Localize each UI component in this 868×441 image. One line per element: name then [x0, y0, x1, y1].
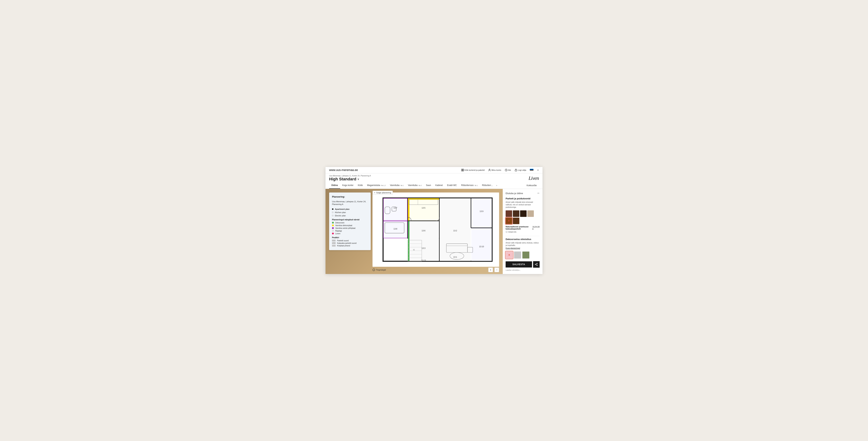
tab-magamistuba[interactable]: Magamistuba № 1.2	[365, 182, 388, 189]
save-button[interactable]: SALVESTA	[506, 261, 532, 267]
dekor-section-title: Dekoorseina viimistlus	[506, 238, 539, 241]
svg-text:13:10: 13:10	[479, 246, 484, 248]
user-icon	[488, 169, 491, 171]
svg-rect-22	[408, 221, 409, 261]
product-price: 3124,00 €	[532, 226, 539, 230]
wall-swatch-pink[interactable]	[506, 251, 513, 259]
zoom-out-button[interactable]: −	[494, 267, 499, 272]
pink-dot-icon	[332, 232, 334, 234]
color-item-4: Lorem	[332, 232, 368, 234]
my-account-nav[interactable]: Minu konto	[488, 169, 501, 171]
swatch-selected-brown[interactable]	[506, 218, 512, 224]
svg-point-4	[489, 169, 490, 170]
brand-chevron-icon: ∨	[357, 178, 359, 181]
dekor-section-desc: Antud valik mõjutab seinu elutoas, esiku…	[506, 242, 539, 250]
yellow-dot-icon	[332, 224, 334, 226]
tab-rodu-1[interactable]: Rõdu/terrass № 1	[459, 182, 480, 189]
share-icon	[535, 263, 538, 266]
zoom-controls: + −	[488, 267, 499, 272]
tab-kokkuvõte[interactable]: Kokkuvõte	[524, 182, 539, 189]
svg-text:13:1: 13:1	[453, 256, 457, 258]
floor-legend: Pealkiri Parketti suund Kalasaba parkett…	[332, 237, 368, 247]
svg-rect-2	[462, 170, 462, 171]
legend-panel: Planoering: Uus-Meremaa, Lahepea 11, Kor…	[329, 192, 371, 250]
parkett-section-title: Parkett ja puidutoonid	[506, 197, 539, 200]
tingmargid-button[interactable]: i Tingmärgid	[373, 269, 386, 271]
svg-rect-21	[408, 221, 439, 261]
svg-line-58	[536, 264, 537, 264]
svg-text:i: i	[374, 269, 374, 271]
legend-title: Planoering:	[332, 195, 368, 198]
flag-icon	[530, 169, 533, 171]
tabs-next-arrow[interactable]: ›	[495, 183, 499, 188]
tab-saun[interactable]: Saun	[424, 182, 433, 189]
swatch-brown-2[interactable]	[513, 210, 519, 217]
tab-vannituba-1[interactable]: Vannituba № 1	[388, 182, 406, 189]
brand-bar: Uus-Meremaa, Lahepea 11, Korter 24, Plan…	[326, 173, 542, 182]
parkett-pattern-icon	[332, 240, 336, 242]
floor-item-kivi: Kiviplaat põrand	[332, 245, 368, 247]
section-divider	[506, 236, 539, 236]
zoom-in-button[interactable]: +	[488, 267, 493, 272]
svg-rect-1	[463, 169, 464, 170]
tab-vannituba-2[interactable]: Vannituba № 2	[406, 182, 424, 189]
share-button[interactable]	[533, 261, 539, 268]
plan-kitchen[interactable]: Kitchen plan	[332, 211, 368, 214]
wall-swatches	[506, 251, 539, 259]
color-item-0: Dekoorsein	[332, 222, 368, 224]
edit-icon[interactable]: ✏	[537, 192, 539, 195]
svg-rect-19	[408, 198, 439, 200]
tab-kabinet[interactable]: Kabinet	[433, 182, 445, 189]
floor-plan-drawing: 13:7 13:8 13:4 13:5 13:6 13:3 13:2 13:1 …	[373, 192, 499, 267]
wall-swatch-gray[interactable]	[514, 251, 521, 259]
svg-rect-6	[515, 170, 517, 171]
help-nav[interactable]: Abi	[505, 169, 511, 171]
svg-text:13:8: 13:8	[394, 228, 397, 230]
plan-apartment[interactable]: Apartment plan	[332, 208, 368, 210]
logout-nav[interactable]: Logi välja	[515, 169, 526, 171]
swatch-dark-brown[interactable]	[520, 210, 527, 217]
svg-rect-3	[463, 170, 464, 171]
chevron-down-icon	[537, 169, 539, 171]
main-content: × Sulge planeering Planoering: Uus-Merem…	[326, 189, 542, 274]
close-floorplan-button[interactable]: × Sulge planeering	[373, 191, 393, 195]
color-item-1: Vannitoa dekoorplaat	[332, 224, 368, 226]
kalasaba-pattern-icon	[332, 242, 336, 244]
grid-icon	[461, 169, 464, 171]
purple-dot-icon	[332, 227, 334, 229]
floorplan-bg: × Sulge planeering Planoering: Uus-Merem…	[326, 189, 503, 274]
lock-icon	[515, 169, 517, 171]
tab-kook[interactable]: Köök	[356, 182, 365, 189]
parkett-section-desc: Antud valik mõjutab teisi erinevaid vali…	[506, 201, 539, 209]
detail-link[interactable]: Detail info	[506, 231, 539, 233]
svg-text:13:2: 13:2	[453, 229, 457, 232]
svg-point-55	[537, 263, 537, 264]
floor-legend-title: Pealkiri	[332, 237, 368, 239]
swatch-light-tan[interactable]	[527, 210, 534, 217]
breadcrumb: Uus-Meremaa, Lahepea 11, Korter 24, Plan…	[329, 175, 371, 177]
kivi-pattern-icon	[332, 245, 336, 247]
plan-list: Apartment plan Kitchen plan Electric pla…	[332, 208, 368, 217]
floorplan-area: × Sulge planeering Planoering: Uus-Merem…	[326, 189, 503, 274]
brand-title-button[interactable]: High Standard ∨	[329, 177, 371, 182]
svg-rect-0	[462, 169, 462, 170]
plan-electric[interactable]: Electric plan	[332, 215, 368, 217]
tab-kogu-korter[interactable]: Kogu korter	[340, 182, 356, 189]
swatch-medium-brown[interactable]	[513, 218, 519, 224]
wall-swatch-green[interactable]	[522, 251, 529, 259]
save-row: SALVESTA	[506, 261, 539, 268]
liven-logo: Liven	[529, 175, 539, 181]
floor-item-parkett: Parketti suund	[332, 240, 368, 242]
dekor-section: Dekoorseina viimistlus Antud valik mõjut…	[506, 238, 539, 259]
kuva-planeeringul-link[interactable]: Kuva planeeringul	[506, 247, 520, 249]
svg-text:13:5: 13:5	[422, 207, 426, 209]
clock-icon	[505, 169, 507, 171]
website-link[interactable]: www.uus-meremaa.ee	[329, 168, 358, 171]
swatch-brown-1[interactable]	[506, 210, 512, 217]
right-panel-title: Elutuba ja üldine	[506, 192, 523, 195]
tab-eraldi-wc[interactable]: Eraldi WC	[445, 182, 459, 189]
tab-rodu-2[interactable]: Rõdu/terr...	[480, 182, 495, 189]
all-apartments-nav[interactable]: Kõik korterid ja paketid	[461, 169, 485, 171]
tab-üldine[interactable]: Üldine	[329, 182, 340, 189]
svg-text:13:6: 13:6	[422, 229, 426, 232]
